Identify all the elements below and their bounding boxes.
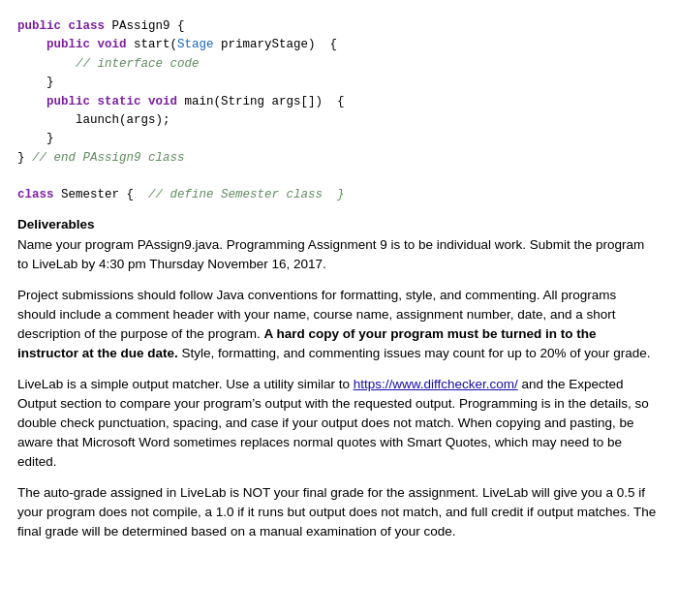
deliverables-para3-before: LiveLab is a simple output matcher. Use … (17, 377, 354, 391)
deliverables-para2: Project submissions should follow Java c… (17, 286, 657, 363)
deliverables-para2-after: Style, formatting, and commenting issues… (178, 346, 651, 360)
deliverables-para1: Name your program PAssign9.java. Program… (17, 235, 657, 274)
code-line-6: launch(args); (17, 111, 657, 130)
diffchecker-link[interactable]: https://www.diffchecker.com/ (354, 377, 518, 391)
code-line-3: // interface code (17, 55, 657, 74)
deliverables-para3: LiveLab is a simple output matcher. Use … (17, 375, 657, 472)
deliverables-heading: Deliverables (17, 215, 657, 234)
deliverables-para4: The auto-grade assigned in LiveLab is NO… (17, 483, 657, 541)
code-line-8: } // end PAssign9 class (17, 149, 657, 168)
code-line-5: public static void main(String args[]) { (17, 93, 657, 111)
deliverables-section: Deliverables Name your program PAssign9.… (17, 215, 657, 541)
code-line-4: } (17, 74, 657, 92)
code-block: public class PAssign9 { public void star… (17, 17, 657, 205)
code-line-9 (17, 168, 657, 186)
code-line-7: } (17, 130, 657, 148)
code-line-2: public void start(Stage primaryStage) { (17, 36, 657, 54)
code-line-10: class Semester { // define Semester clas… (17, 186, 657, 204)
code-line-1: public class PAssign9 { (17, 17, 657, 36)
